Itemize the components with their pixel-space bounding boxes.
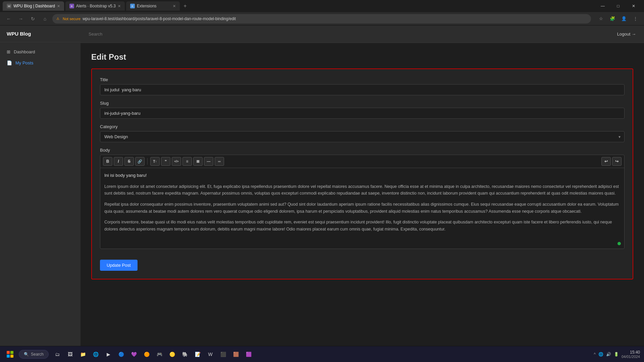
menu-button[interactable]: ⋮ [631,14,640,23]
redo-button[interactable]: ↪ [612,157,622,166]
taskbar-app-dark2[interactable]: 🟫 [230,348,242,360]
h1-button[interactable]: T↑ [150,157,160,166]
lock-icon: ⚠ [56,17,59,20]
taskbar: 🔍 Search 🗂 🖼 📁 🌐 ▶ 🔵 💜 🟠 🎮 🟡 🐘 📝 W ⬛ 🟫 🟪… [0,346,644,362]
taskbar-clock[interactable]: 15:40 04/01/2024 [622,350,640,359]
ul-button[interactable]: ≡ [182,157,192,166]
taskbar-tray: ^ 🌐 🔊 🔋 15:40 04/01/2024 [594,350,640,359]
back-button[interactable]: ← [4,14,13,23]
blockquote-button[interactable]: " [161,157,170,166]
edit-post-form: Title Slug Category Web Design Programmi… [91,68,633,279]
extensions-button[interactable]: 🧩 [608,14,617,23]
win-tile-red [7,351,10,354]
forward-button[interactable]: → [16,14,25,23]
taskbar-search-button[interactable]: 🔍 Search [19,350,49,359]
taskbar-app-game[interactable]: 🎮 [153,348,165,360]
update-post-button[interactable]: Update Post [100,260,138,271]
address-bar: ← → ↻ ⌂ ⚠ Not secure wpu-laravel-8.test/… [0,12,644,25]
tab-close-wpu[interactable]: ✕ [57,4,60,8]
body-para-3: Corporis inventore, beatae quasi ut illo… [104,219,620,232]
tab-wpu[interactable]: W WPU Blog | Dashboard ✕ [3,1,64,11]
tab-favicon-ext: E [130,4,135,8]
strikethrough-button[interactable]: S [124,157,134,166]
win-tile-blue [7,355,10,358]
taskbar-app-photos[interactable]: 🖼 [64,348,76,360]
taskbar-app-word[interactable]: W [204,348,216,360]
sidebar-label-dashboard: Dashboard [14,49,35,54]
bold-button[interactable]: B [103,157,112,166]
category-group: Category Web Design Programming Tutorial… [100,124,625,142]
tab-bootstrap[interactable]: B Alerts · Bootstrap v5.3 ✕ [65,1,125,11]
editor-status-indicator [618,242,621,245]
ol-button[interactable]: ≣ [193,157,203,166]
right-panel: Logout → Edit Post Title Slug Category [80,25,644,346]
title-label: Title [100,77,625,82]
taskbar-app-vscode[interactable]: 🔵 [115,348,127,360]
maximize-button[interactable]: □ [610,0,626,12]
body-para-2: Repellat ipsa dolor consequatur enim pos… [104,201,620,215]
browser-actions: ☆ 🧩 👤 ⋮ [596,14,640,23]
close-button[interactable]: ✕ [626,0,641,12]
home-button[interactable]: ⌂ [40,14,50,23]
category-select-wrapper: Web Design Programming Tutorial News [100,131,625,142]
tray-expand-icon[interactable]: ^ [594,352,596,357]
title-input[interactable] [100,84,625,95]
bookmark-button[interactable]: ☆ [596,14,606,23]
taskbar-app-files[interactable]: 🗂 [51,348,63,360]
minimize-button[interactable]: — [595,0,610,12]
editor-toolbar: B I S 🔗 T↑ " </> ≡ ≣ — ═ ↩ [100,155,624,168]
tab-close-bootstrap[interactable]: ✕ [118,4,121,8]
sidebar-item-dashboard[interactable]: ⊞ Dashboard [0,46,80,57]
category-select[interactable]: Web Design Programming Tutorial News [100,131,625,142]
tab-close-extensions[interactable]: ✕ [173,4,176,8]
reload-button[interactable]: ↻ [28,14,38,23]
taskbar-app-elephant[interactable]: 🐘 [179,348,191,360]
category-label: Category [100,124,625,129]
not-secure-label: Not secure [63,17,80,21]
editor-content[interactable]: Ini isi body yang baru! Lorem ipsum dolo… [100,168,624,249]
logout-button[interactable]: Logout → [617,32,636,37]
win-tile-green [10,351,13,354]
sidebar-brand: WPU Blog [0,25,80,42]
taskbar-apps: 🗂 🖼 📁 🌐 ▶ 🔵 💜 🟠 🎮 🟡 🐘 📝 W ⬛ 🟫 🟪 [51,348,255,360]
tab-favicon-wpu: W [7,4,11,8]
undo-button[interactable]: ↩ [601,157,611,166]
taskbar-app-purple[interactable]: 💜 [128,348,140,360]
tab-favicon-bootstrap: B [69,4,74,8]
title-group: Title [100,77,625,95]
tab-extensions[interactable]: E Extensions ✕ [126,1,180,11]
windows-logo [7,351,13,358]
address-input[interactable]: ⚠ Not secure wpu-laravel-8.test/dashboar… [52,14,591,23]
profile-button[interactable]: 👤 [619,14,629,23]
start-button[interactable] [4,348,16,360]
topbar-search-input[interactable] [89,32,156,37]
body-group: Body B I S 🔗 T↑ " </> ≡ ≣ [100,148,625,249]
tray-network-icon[interactable]: 🌐 [598,352,603,357]
slug-label: Slug [100,101,625,106]
taskbar-app-chrome[interactable]: 🌐 [90,348,102,360]
hr1-button[interactable]: — [204,157,213,166]
link-button[interactable]: 🔗 [135,157,145,166]
tray-volume-icon[interactable]: 🔊 [606,352,611,357]
taskbar-app-notes[interactable]: 📝 [192,348,204,360]
taskbar-app-explorer[interactable]: 📁 [77,348,89,360]
taskbar-app-purple2[interactable]: 🟪 [243,348,255,360]
clock-date: 04/01/2024 [622,355,640,359]
tray-battery-icon[interactable]: 🔋 [614,352,619,357]
slug-input[interactable] [100,108,625,119]
taskbar-app-orange[interactable]: 🟠 [141,348,153,360]
sidebar-nav: ⊞ Dashboard 📄 My Posts [0,42,80,72]
new-tab-button[interactable]: + [181,2,189,10]
clock-time: 15:40 [622,350,640,355]
taskbar-app-media[interactable]: ▶ [102,348,114,360]
italic-button[interactable]: I [114,157,123,166]
hr2-button[interactable]: ═ [215,157,224,166]
browser-chrome: W WPU Blog | Dashboard ✕ B Alerts · Boot… [0,0,644,25]
taskbar-app-yellow[interactable]: 🟡 [166,348,178,360]
tab-label-bootstrap: Alerts · Bootstrap v5.3 [76,4,116,8]
body-first-line: Ini isi body yang baru! [104,172,620,179]
code-button[interactable]: </> [172,157,181,166]
sidebar-label-my-posts: My Posts [15,60,33,65]
taskbar-app-dark1[interactable]: ⬛ [217,348,229,360]
sidebar-item-my-posts[interactable]: 📄 My Posts [0,57,80,68]
